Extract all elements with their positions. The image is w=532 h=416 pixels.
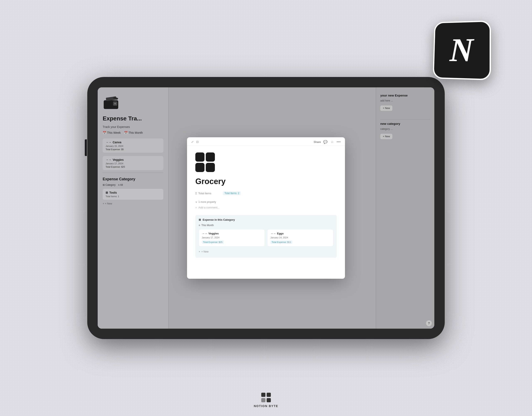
svg-rect-7 [267, 398, 271, 402]
modal-topbar-right: Share 💬 ☆ ••• [314, 140, 341, 144]
icon-cell-2 [206, 152, 215, 162]
chevron-down-icon: ∨ [195, 200, 197, 203]
notion-n-letter: N [449, 33, 473, 67]
sigma-icon: Σ [195, 192, 197, 195]
chevron-right-icon: ∧ [195, 206, 197, 209]
tablet-frame: Expense Tra... Track your Expenses 📅 Thi… [87, 77, 445, 339]
expense-card-eggs[interactable]: →→ Eggs January 14, 2024 Total Expense: … [267, 229, 333, 247]
expense-card-veggies-amount: Total Expense: $25 [202, 240, 224, 244]
modal-topbar-left: ⤢ ⊡ [191, 140, 199, 144]
svg-rect-6 [261, 398, 265, 402]
expense-new-button[interactable]: + + New [199, 249, 333, 254]
svg-rect-4 [261, 393, 265, 397]
property-value-total-items: Total Items: 2 [223, 191, 241, 195]
more-property-toggle[interactable]: ∨ 1 more property [195, 200, 337, 204]
share-button[interactable]: Share [314, 140, 321, 144]
expense-grid-icon: ⊞ [199, 218, 201, 221]
filter-menu-icon: ≡ [199, 224, 200, 227]
comment-icon[interactable]: 💬 [323, 140, 328, 144]
plus-icon-expense: + [199, 250, 200, 253]
app-background: Expense Tra... Track your Expenses 📅 Thi… [98, 87, 434, 329]
fullscreen-icon[interactable]: ⊡ [196, 140, 199, 144]
expense-section: ⊞ Expense in this Category ≡ This Month [195, 215, 337, 258]
modal-content: Grocery Σ Total Items Total Items: 2 [187, 146, 345, 279]
modal-properties: Σ Total Items Total Items: 2 [195, 190, 337, 196]
eggs-arrow-icon: →→ [270, 232, 276, 235]
footer-logo-icon [261, 392, 271, 403]
expense-cards-list: →→ Veggies January 17, 2024 Total Expens… [199, 229, 333, 247]
icon-cell-3 [195, 163, 204, 172]
modal-dialog: ⤢ ⊡ Share 💬 ☆ ••• [187, 137, 345, 279]
bookmark-icon[interactable]: ☆ [330, 140, 334, 144]
icon-cell-1 [195, 152, 204, 162]
expense-card-veggies-date: January 17, 2024 [202, 236, 262, 239]
icon-cell-4 [206, 163, 215, 172]
expense-card-eggs-amount: Total Expense: $11 [270, 240, 292, 244]
add-comment-area: ∧ Add a comment... [195, 204, 337, 211]
property-label-total-items: Σ Total Items [195, 192, 220, 195]
tablet-screen: Expense Tra... Track your Expenses 📅 Thi… [98, 87, 434, 329]
svg-rect-5 [267, 393, 271, 397]
property-row-total-items: Σ Total Items Total Items: 2 [195, 190, 337, 196]
expense-card-eggs-title: →→ Eggs [270, 232, 330, 235]
notion-badge-box: N [433, 20, 491, 80]
expand-icon[interactable]: ⤢ [191, 140, 195, 144]
expense-section-header: ⊞ Expense in this Category [199, 218, 333, 221]
more-options-icon[interactable]: ••• [337, 140, 341, 144]
modal-title: Grocery [195, 177, 337, 186]
modal-overlay: ⤢ ⊡ Share 💬 ☆ ••• [98, 87, 434, 329]
expense-card-veggies[interactable]: →→ Veggies January 17, 2024 Total Expens… [199, 229, 265, 247]
expense-card-veggies-title: →→ Veggies [202, 232, 262, 235]
footer: NOTION BYTE [254, 392, 278, 408]
veggies-arrow-icon: →→ [202, 232, 207, 235]
modal-topbar: ⤢ ⊡ Share 💬 ☆ ••• [187, 137, 345, 146]
expense-card-eggs-date: January 14, 2024 [270, 236, 330, 239]
footer-text: NOTION BYTE [254, 404, 278, 408]
modal-app-icon [195, 152, 337, 172]
notion-badge: N [432, 21, 490, 79]
add-comment-placeholder[interactable]: Add a comment... [199, 206, 220, 209]
expense-filter[interactable]: ≡ This Month [199, 224, 333, 227]
